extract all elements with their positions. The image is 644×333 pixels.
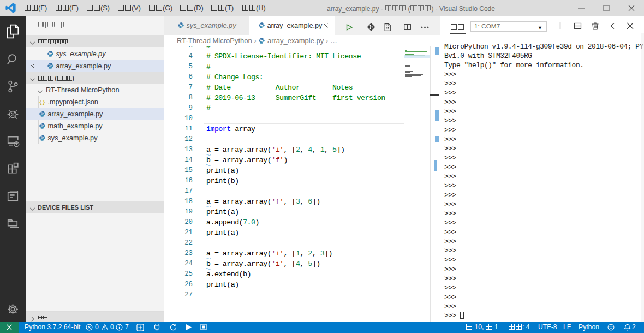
svg-text:{}: {} [39,100,45,105]
